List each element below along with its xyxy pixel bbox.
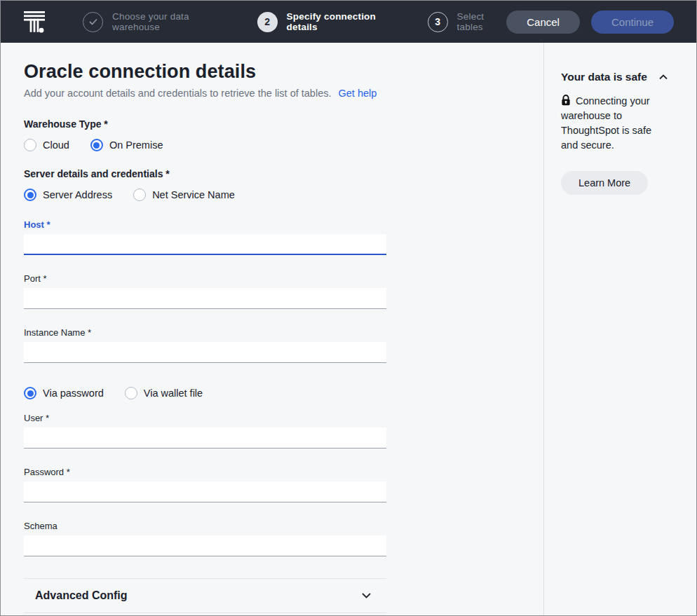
radio-via-wallet-file-icon (125, 387, 137, 399)
radio-via-wallet-file-label: Via wallet file (144, 388, 203, 399)
radio-on-premise-label: On Premise (109, 139, 163, 151)
warehouse-type-label: Warehouse Type * (24, 118, 386, 130)
auth-method-radio-group: Via password Via wallet file (24, 387, 386, 399)
user-field-group: User * (24, 413, 386, 449)
advanced-config-divider-bottom (24, 612, 386, 613)
chevron-down-icon (362, 593, 371, 598)
host-field-group: Host * (24, 219, 386, 255)
radio-via-password-label: Via password (43, 388, 104, 399)
schema-field-group: Schema (24, 521, 386, 556)
step-specify-connection[interactable]: 2 Specify connection details (257, 11, 398, 32)
top-bar: Choose your data warehouse 2 Specify con… (1, 1, 696, 43)
advanced-config-toggle[interactable]: Advanced Config (24, 579, 386, 612)
radio-cloud-label: Cloud (43, 139, 69, 151)
step-3-label: Select tables (457, 11, 507, 32)
radio-cloud-icon (24, 139, 36, 151)
password-field-group: Password * (24, 467, 386, 502)
safety-panel-body: Connecting your warehouse to ThoughtSpot… (561, 94, 666, 153)
advanced-config-label: Advanced Config (35, 589, 128, 602)
content-area: Oracle connection details Add your accou… (1, 43, 696, 615)
get-help-link[interactable]: Get help (338, 88, 377, 99)
wizard-stepper: Choose your data warehouse 2 Specify con… (83, 11, 506, 32)
server-details-label: Server details and credentials * (24, 168, 386, 179)
radio-server-address[interactable]: Server Address (24, 189, 112, 201)
safety-sidebar: Your data is safe Connecting your wareho… (543, 43, 696, 615)
step-1-label: Choose your data warehouse (112, 11, 228, 32)
radio-net-service-name[interactable]: Net Service Name (133, 189, 235, 201)
cancel-button[interactable]: Cancel (506, 11, 580, 34)
chevron-up-icon (659, 74, 668, 80)
radio-on-premise-icon (90, 139, 103, 151)
user-input[interactable] (24, 427, 386, 449)
radio-server-address-label: Server Address (43, 189, 112, 200)
learn-more-button[interactable]: Learn More (561, 171, 648, 195)
step-2-badge: 2 (257, 12, 278, 32)
radio-net-service-name-icon (133, 189, 146, 201)
radio-via-password[interactable]: Via password (24, 387, 104, 399)
continue-button[interactable]: Continue (591, 11, 674, 34)
schema-input[interactable] (24, 535, 386, 556)
user-label: User * (24, 413, 386, 423)
safety-panel-text: Connecting your warehouse to ThoughtSpot… (561, 95, 651, 151)
step-choose-warehouse[interactable]: Choose your data warehouse (83, 11, 228, 32)
radio-cloud[interactable]: Cloud (24, 139, 69, 151)
port-label: Port * (24, 273, 386, 284)
radio-net-service-name-label: Net Service Name (152, 189, 235, 200)
lock-icon (561, 95, 571, 106)
main-panel: Oracle connection details Add your accou… (1, 43, 543, 615)
radio-on-premise[interactable]: On Premise (90, 139, 163, 151)
connection-setup-window: Choose your data warehouse 2 Specify con… (0, 0, 697, 616)
port-field-group: Port * (24, 273, 386, 309)
step-select-tables[interactable]: 3 Select tables (428, 11, 507, 32)
page-title: Oracle connection details (24, 61, 386, 83)
header-actions: Cancel Continue (506, 11, 674, 34)
page-subtitle: Add your account details and credentials… (24, 88, 331, 99)
host-label: Host * (24, 219, 386, 230)
server-details-radio-group: Server Address Net Service Name (24, 189, 386, 201)
warehouse-type-radio-group: Cloud On Premise (24, 139, 386, 151)
password-input[interactable] (24, 481, 386, 502)
radio-via-password-icon (24, 387, 36, 399)
step-2-label: Specify connection details (287, 11, 398, 32)
radio-server-address-icon (24, 189, 36, 201)
password-label: Password * (24, 467, 386, 477)
safety-panel-toggle[interactable]: Your data is safe (561, 71, 682, 83)
instance-name-field-group: Instance Name * (24, 327, 386, 363)
radio-via-wallet-file[interactable]: Via wallet file (125, 387, 203, 399)
host-input[interactable] (24, 234, 386, 255)
safety-panel-title: Your data is safe (561, 71, 647, 83)
instance-name-label: Instance Name * (24, 327, 386, 338)
schema-label: Schema (24, 521, 386, 531)
port-input[interactable] (24, 288, 386, 309)
step-1-check-icon (83, 12, 103, 32)
instance-name-input[interactable] (24, 342, 386, 363)
step-3-badge: 3 (428, 12, 448, 32)
thoughtspot-logo-icon (24, 9, 45, 35)
